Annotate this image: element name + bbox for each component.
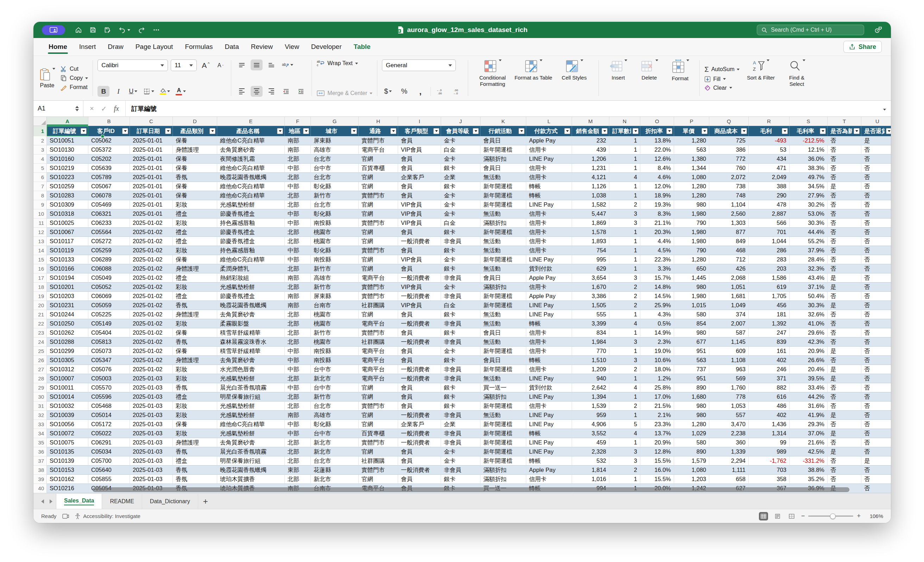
cell-A2[interactable]: SO10051	[47, 136, 88, 145]
cell-F2[interactable]: 南部	[285, 136, 311, 145]
cell-P25[interactable]: 951	[674, 347, 709, 356]
cell-G32[interactable]: 高雄市	[311, 411, 359, 420]
cell-B33[interactable]: C05172	[88, 420, 130, 429]
cell-K2[interactable]: 會員日	[480, 136, 526, 145]
cell-S39[interactable]: 35.2%	[789, 475, 828, 484]
cell-J21[interactable]: 銀卡	[441, 310, 480, 319]
cell-J16[interactable]: 銀卡	[441, 264, 480, 273]
cell-P8[interactable]: 1,280	[674, 191, 709, 200]
cell-M13[interactable]: 1,893	[572, 237, 609, 246]
cell-K31[interactable]: 新年開運檔	[480, 402, 526, 411]
cell-I23[interactable]: 會員	[398, 328, 441, 337]
cell-E31[interactable]: 光感氣墊粉餅	[217, 402, 285, 411]
cell-L37[interactable]: 轉帳	[526, 456, 572, 466]
cell-L15[interactable]: LINE Pay	[526, 255, 572, 264]
cell-B5[interactable]: C05639	[88, 163, 130, 173]
cell-C15[interactable]: 2025-01-02	[130, 255, 173, 264]
cell-C28[interactable]: 2025-01-03	[130, 374, 173, 383]
cell-B32[interactable]: C05014	[88, 411, 130, 420]
cell-U22[interactable]: 否	[861, 319, 891, 328]
cell-K34[interactable]: 新年開運檔	[480, 429, 526, 438]
cell-M39[interactable]: 1,016	[572, 475, 609, 484]
cell-F24[interactable]: 北部	[285, 337, 311, 347]
sheet-tab-readme[interactable]: README	[102, 494, 142, 509]
cell-L11[interactable]: 信用卡	[526, 219, 572, 228]
cell-O31[interactable]: 21.5%	[640, 402, 674, 411]
cell-C25[interactable]: 2025-01-02	[130, 347, 173, 356]
cell-P17[interactable]: 1,445	[674, 273, 709, 283]
cell-D10[interactable]: 禮盒	[173, 209, 217, 219]
header-cell-D[interactable]: 產品類別	[173, 126, 217, 136]
cell-C39[interactable]: 2025-01-03	[130, 475, 173, 484]
cell-O39[interactable]: 15.5%	[640, 475, 674, 484]
cell-F35[interactable]: 北部	[285, 438, 311, 447]
cell-E38[interactable]: 晚霞花園香氛蠟燭	[217, 466, 285, 475]
cell-K29[interactable]: 買一送一	[480, 383, 526, 393]
cell-F22[interactable]: 北部	[285, 319, 311, 328]
cell-M24[interactable]: 1,984	[572, 337, 609, 347]
cell-M37[interactable]: 532	[572, 456, 609, 466]
cell-F12[interactable]: 北部	[285, 228, 311, 237]
row-number-36[interactable]: 36	[33, 447, 47, 456]
cell-F14[interactable]: 中部	[285, 246, 311, 255]
column-letter-S[interactable]: S	[789, 117, 828, 126]
cell-T15[interactable]: 否	[828, 255, 861, 264]
cell-B4[interactable]: C05202	[88, 154, 130, 163]
cell-Q38[interactable]: 1,111	[709, 466, 749, 475]
cell-J38[interactable]: 非會員	[441, 466, 480, 475]
cell-A24[interactable]: SO10288	[47, 337, 88, 347]
cell-P20[interactable]: 1,015	[674, 301, 709, 310]
cell-R16[interactable]: 203	[749, 264, 789, 273]
cell-B19[interactable]: C06069	[88, 292, 130, 301]
cell-R19[interactable]: 1,705	[749, 292, 789, 301]
cell-M18[interactable]: 1,670	[572, 283, 609, 292]
row-number-14[interactable]: 14	[33, 246, 47, 255]
cell-B21[interactable]: C05225	[88, 310, 130, 319]
font-color-button[interactable]: A	[174, 86, 187, 97]
row-number-23[interactable]: 23	[33, 328, 47, 337]
cell-S35[interactable]: 21.6%	[789, 438, 828, 447]
zoom-slider-thumb[interactable]	[830, 513, 836, 519]
cell-G22[interactable]: 桃園市	[311, 319, 359, 328]
row-number-11[interactable]: 11	[33, 219, 47, 228]
row-number-8[interactable]: 8	[33, 191, 47, 200]
cell-H18[interactable]: 實體門市	[359, 283, 398, 292]
cell-D39[interactable]: 香氛	[173, 475, 217, 484]
cell-O13[interactable]: 4.4%	[640, 237, 674, 246]
cell-T16[interactable]: 否	[828, 264, 861, 273]
cell-N23[interactable]: 1	[609, 328, 640, 337]
autosum-button[interactable]: Σ AutoSum	[704, 66, 740, 73]
cell-D29[interactable]: 香氛	[173, 383, 217, 393]
cell-S13[interactable]: 55.2%	[789, 237, 828, 246]
cell-T8[interactable]: 否	[828, 191, 861, 200]
cell-G38[interactable]: 花蓮縣	[311, 466, 359, 475]
cell-N3[interactable]: 1	[609, 145, 640, 154]
cell-A13[interactable]: SO10117	[47, 237, 88, 246]
cell-O17[interactable]: 15.7%	[640, 273, 674, 283]
cell-H8[interactable]: 實體門市	[359, 191, 398, 200]
cell-K10[interactable]: 無活動	[480, 209, 526, 219]
cell-M7[interactable]: 1,126	[572, 182, 609, 191]
font-name-select[interactable]: Calibri	[98, 60, 168, 71]
cell-K18[interactable]: 滿額折扣	[480, 283, 526, 292]
cell-O7[interactable]: 12.0%	[640, 182, 674, 191]
zoom-slider[interactable]	[808, 516, 853, 517]
cell-K4[interactable]: 滿額折扣	[480, 154, 526, 163]
cell-P32[interactable]: 980	[674, 411, 709, 420]
row-number-40[interactable]: 40	[33, 484, 47, 493]
cell-T3[interactable]: 否	[828, 145, 861, 154]
cell-D6[interactable]: 香氛	[173, 173, 217, 182]
cell-D32[interactable]: 彩妝	[173, 411, 217, 420]
conditional-formatting-button[interactable]: Conditional Formatting	[473, 60, 512, 97]
column-letter-R[interactable]: R	[749, 117, 789, 126]
cell-J29[interactable]: 銀卡	[441, 383, 480, 393]
cell-U28[interactable]: 否	[861, 374, 891, 383]
header-cell-F[interactable]: 地區	[285, 126, 311, 136]
cell-S3[interactable]: 12.1%	[789, 145, 828, 154]
cell-L32[interactable]: LINE Pay	[526, 411, 572, 420]
cell-E25[interactable]: 積雪草舒緩精華	[217, 347, 285, 356]
cell-I10[interactable]: VIP會員	[398, 209, 441, 219]
filter-button-P[interactable]	[702, 128, 708, 134]
cell-K36[interactable]: 新年開運檔	[480, 447, 526, 456]
italic-button[interactable]: I	[112, 86, 124, 97]
